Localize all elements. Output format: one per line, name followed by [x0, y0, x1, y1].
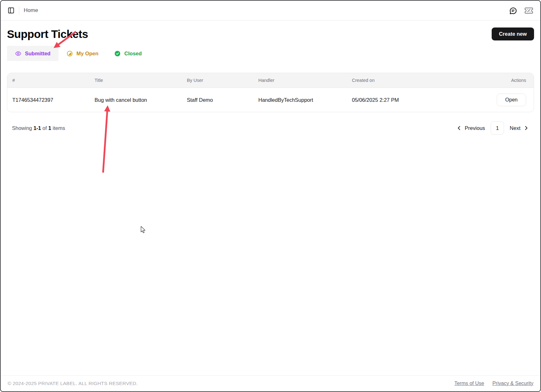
panel-left-icon: [8, 7, 15, 14]
previous-page-button[interactable]: Previous: [456, 125, 485, 131]
page-title: Support Tickets: [7, 28, 88, 40]
showing-range: 1-1: [34, 125, 41, 131]
check-circle-icon: [114, 50, 121, 57]
main-content: Support Tickets Create new Submitted: [1, 21, 540, 375]
tab-closed[interactable]: Closed: [106, 46, 150, 61]
ticket-handler-cell: HandledByTechSupport: [258, 97, 352, 103]
tab-my-open[interactable]: My Open: [58, 46, 107, 61]
tab-submitted[interactable]: Submitted: [7, 46, 58, 61]
column-header-created-on: Created on: [352, 78, 479, 83]
table-header-row: # Title By User Handler Created on Actio…: [7, 73, 534, 88]
eye-icon: [15, 50, 22, 57]
chevron-left-icon: [456, 125, 462, 131]
table-row: T1746534472397 Bug with cancel button St…: [7, 88, 534, 112]
privacy-security-link[interactable]: Privacy & Security: [492, 381, 533, 386]
column-header-title: Title: [95, 78, 187, 83]
showing-summary: Showing 1-1 of 1 items: [12, 125, 65, 131]
column-header-by-user: By User: [187, 78, 258, 83]
app-window: Home: [0, 0, 541, 392]
tab-submitted-label: Submitted: [25, 51, 51, 57]
ticket-created-on-cell: 05/06/2025 2:27 PM: [352, 97, 479, 103]
breadcrumb[interactable]: Home: [24, 7, 38, 14]
pagination: Previous 1 Next: [456, 121, 529, 135]
ticket-by-user-cell: Staff Demo: [187, 97, 258, 103]
terms-of-use-link[interactable]: Terms of Use: [454, 381, 484, 386]
column-header-handler: Handler: [258, 78, 352, 83]
tickets-table: # Title By User Handler Created on Actio…: [7, 73, 534, 112]
chat-bubble-icon: [509, 6, 517, 15]
ticket-id-cell: T1746534472397: [12, 97, 95, 103]
feedback-button[interactable]: [509, 6, 517, 15]
top-bar: Home: [1, 1, 540, 21]
ticket-title-cell: Bug with cancel button: [95, 97, 187, 103]
sidebar-toggle-button[interactable]: [8, 7, 15, 14]
next-page-button[interactable]: Next: [510, 125, 529, 131]
showing-total: 1: [48, 125, 51, 131]
copyright-text: © 2024-2025 PRIVATE LABEL. ALL RIGHTS RE…: [8, 381, 138, 386]
column-header-actions: Actions: [479, 78, 526, 83]
half-circle-icon: [66, 50, 73, 57]
column-header-number: #: [12, 78, 95, 83]
page-number-button[interactable]: 1: [491, 121, 504, 135]
breadcrumb-separator: [19, 6, 19, 15]
chevron-right-icon: [523, 125, 529, 131]
tab-closed-label: Closed: [124, 51, 142, 57]
create-new-button[interactable]: Create new: [492, 28, 534, 40]
open-ticket-button[interactable]: Open: [497, 94, 526, 106]
footer: © 2024-2025 PRIVATE LABEL. ALL RIGHTS RE…: [1, 375, 540, 391]
tab-my-open-label: My Open: [77, 51, 99, 57]
ticket-percent-icon: [524, 6, 533, 15]
tickets-button[interactable]: [524, 6, 533, 15]
ticket-tabs: Submitted My Open Closed: [7, 46, 534, 61]
